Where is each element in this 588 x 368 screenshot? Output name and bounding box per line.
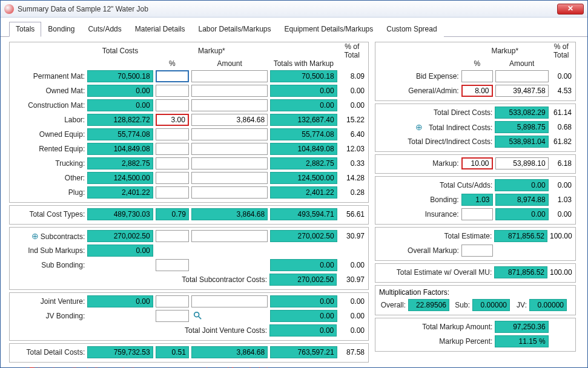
val-jv-cost: 0.00 [87, 295, 153, 307]
inp-pct[interactable] [156, 143, 189, 155]
r-hdr-amt: Amount [495, 59, 549, 68]
window-title: Summary Data of Sample 12" Water Job [18, 5, 557, 13]
inp-jv-pct[interactable] [156, 295, 189, 307]
hdr-amount: Amount [191, 59, 268, 68]
inp-pct[interactable] [156, 85, 189, 97]
val-pot: 0.00 [340, 101, 366, 110]
tab-bonding[interactable]: Bonding [41, 22, 81, 37]
lbl-cost-type: Labor: [12, 116, 85, 124]
lbl-total-sub-costs: Total Subcontractor Costs: [12, 275, 267, 284]
inp-amt[interactable] [191, 143, 268, 155]
val-cost: 128,822.72 [87, 114, 153, 126]
val-ind-sub-cost: 0.00 [87, 245, 153, 257]
val-bid-expense-pot: 0.00 [551, 72, 573, 80]
search-icon[interactable] [191, 311, 203, 321]
tab-labor-details[interactable]: Labor Details/Markups [191, 22, 277, 37]
lens-icon[interactable]: ⊕ [415, 122, 423, 132]
val-bonding-pct: 1.03 [461, 194, 493, 206]
hdr-markup: Markup* [156, 47, 268, 55]
val-cost: 124,500.00 [87, 172, 153, 184]
tab-equipment-details[interactable]: Equipment Details/Markups [278, 22, 380, 37]
lbl-mult-factors: Multiplication Factors: [378, 287, 573, 298]
val-jv-pot: 0.00 [340, 297, 366, 306]
inp-bid-expense-pct[interactable] [461, 70, 493, 82]
inp-overall-markup-pct[interactable] [461, 245, 493, 257]
hdr-total-costs: Total Costs [87, 47, 153, 55]
val-pot: 12.03 [340, 145, 366, 153]
inp-pct[interactable] [156, 70, 189, 82]
inp-jv-amt[interactable] [191, 295, 268, 307]
val-total-estimate-pot: 100.00 [550, 232, 573, 240]
inp-amt[interactable] [191, 172, 268, 184]
tab-cuts-adds[interactable]: Cuts/Adds [81, 22, 128, 37]
inp-amt[interactable] [191, 70, 268, 82]
close-button[interactable]: ✕ [557, 4, 584, 15]
val-jv-twm: 0.00 [270, 295, 337, 307]
val-direct-amt: 533,082.29 [495, 107, 548, 119]
val-jv-bonding-twm: 0.00 [270, 310, 337, 322]
inp-pct[interactable] [156, 157, 189, 169]
r-hdr-pot: % of Total [551, 42, 573, 59]
val-twm: 2,882.75 [270, 157, 337, 169]
titlebar: Summary Data of Sample 12" Water Job ✕ [1, 1, 587, 18]
inp-bid-expense-amt[interactable] [495, 70, 549, 82]
lbl-markup-percent: Markup Percent: [378, 337, 492, 346]
lbl-direct: Total Direct Costs: [378, 108, 492, 117]
inp-gen-admin-pct[interactable]: 8.00 [461, 85, 493, 97]
inp-pct[interactable] [156, 172, 189, 184]
val-total-detail-pot: 87.58 [340, 348, 366, 356]
lens-icon[interactable]: ⊕ [31, 231, 39, 241]
inp-jv-bonding-pct[interactable] [156, 310, 189, 322]
lbl-cost-type: Owned Equip: [12, 130, 85, 139]
inp-insurance-pct[interactable] [461, 208, 493, 220]
val-twm: 0.00 [270, 99, 337, 111]
lbl-cost-type: Rented Equip: [12, 145, 85, 153]
lbl-gen-admin: General/Admin: [378, 87, 459, 95]
val-total-detail-amt: 3,864.68 [191, 346, 268, 358]
lbl-indirect: ⊕ Total Indirect Costs: [378, 122, 492, 132]
lbl-jv: Joint Venture: [12, 297, 85, 306]
inp-sub-bonding-pct[interactable] [156, 259, 189, 271]
lbl-subcontracts: Subcontracts: [41, 232, 85, 241]
val-gen-admin-pot: 4.53 [551, 87, 573, 95]
inp-amt[interactable] [191, 99, 268, 111]
inp-gen-admin-amt[interactable]: 39,487.58 [495, 85, 549, 97]
lbl-bonding: Bonding: [378, 196, 459, 204]
inp-subcontracts-pct[interactable] [156, 230, 189, 242]
val-twm: 0.00 [270, 85, 337, 97]
inp-amt[interactable] [191, 128, 268, 140]
inp-markup-amt[interactable]: 53,898.10 [495, 157, 549, 169]
lbl-total-detail: Total Detail Costs: [12, 348, 85, 356]
inp-subcontracts-amt[interactable] [191, 230, 268, 242]
val-mult-overall: 22.89506 [408, 299, 449, 311]
inp-pct[interactable] [156, 186, 189, 199]
lbl-cost-type: Plug: [12, 188, 85, 197]
lbl-total-jv-costs: Total Joint Venture Costs: [12, 326, 267, 335]
val-pot: 0.33 [340, 159, 366, 168]
inp-markup-pct[interactable]: 10.00 [461, 157, 493, 169]
val-direct-indirect-pot: 61.82 [551, 137, 573, 146]
tab-custom-spread[interactable]: Custom Spread [380, 22, 443, 37]
inp-amt[interactable]: 3,864.68 [191, 114, 268, 126]
val-twm: 70,500.18 [270, 70, 337, 82]
lbl-total-estimate-mu: Total Estimate w/ Overall MU: [378, 268, 492, 277]
inp-amt[interactable] [191, 186, 268, 199]
lbl-cost-type: Other: [12, 174, 85, 182]
val-twm: 104,849.08 [270, 143, 337, 155]
val-total-cost-types-amt: 3,864.68 [191, 208, 268, 220]
val-total-jv-pot: 0.00 [339, 326, 366, 335]
lbl-cuts-adds: Total Cuts/Adds: [378, 181, 492, 189]
inp-pct[interactable] [156, 128, 189, 140]
val-total-sub-pot: 30.97 [339, 275, 366, 284]
inp-amt[interactable] [191, 157, 268, 169]
inp-pct[interactable] [156, 99, 189, 111]
val-total-cost-types-cost: 489,730.03 [87, 208, 153, 220]
lbl-jv-bonding: JV Bonding: [12, 312, 85, 320]
inp-amt[interactable] [191, 85, 268, 97]
lbl-mult-overall: Overall: [378, 301, 406, 309]
inp-pct[interactable]: 3.00 [156, 114, 189, 126]
tab-material-details[interactable]: Material Details [128, 22, 192, 37]
val-subcontracts-cost: 270,002.50 [87, 230, 153, 242]
tab-totals[interactable]: Totals [9, 22, 41, 37]
val-total-estimate-amt: 871,856.52 [494, 230, 547, 242]
